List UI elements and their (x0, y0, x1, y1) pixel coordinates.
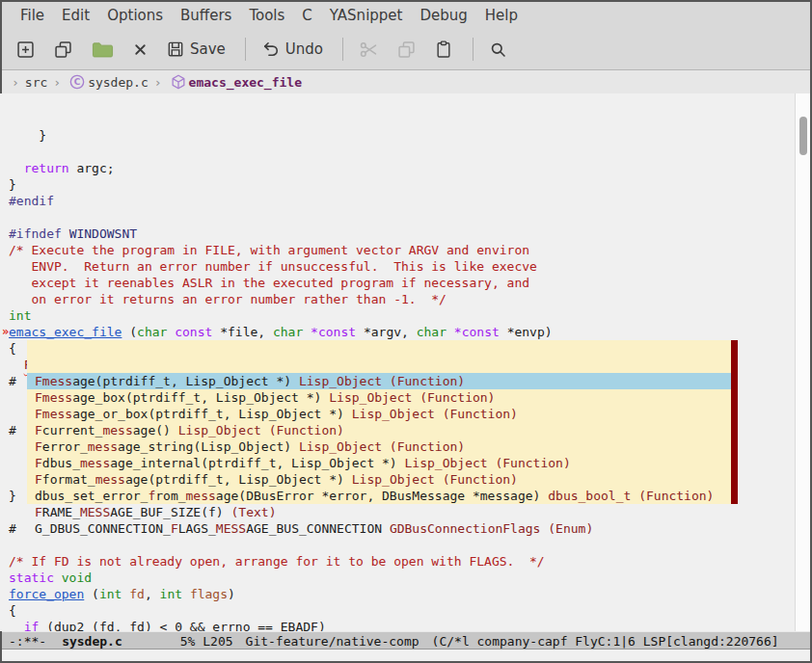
code-line: ENVP. Return an error number if unsucces… (9, 258, 795, 275)
open-folder-icon (91, 40, 115, 60)
undo-button-label: Undo (285, 40, 323, 58)
new-frame-button[interactable] (15, 40, 36, 60)
completion-item[interactable]: FRAME_MESSAGE_BUF_SIZE(f) (Text) (27, 504, 738, 520)
copy-icon (396, 40, 417, 60)
chevron-right-icon: › (154, 75, 162, 90)
modeline-buffer-name[interactable]: sysdep.c (62, 634, 122, 649)
completion-item[interactable]: dbus_set_error_from_message(DBusError *e… (27, 488, 738, 504)
search-icon (489, 40, 507, 59)
save-icon (166, 40, 185, 59)
emacs-window: File Edit Options Buffers Tools C YASnip… (0, 0, 812, 663)
code-line: { (9, 602, 795, 619)
menu-tools[interactable]: Tools (240, 4, 293, 27)
completion-rows: Fmessage(ptrdiff_t, Lisp_Object *) Lisp_… (27, 373, 738, 537)
duplicate-frame-button[interactable] (53, 40, 73, 60)
code-line: except it reenables ASLR in the executed… (9, 275, 795, 291)
code-line: if (dup2 (fd, fd) < 0 && errno == EBADF) (9, 619, 795, 631)
code-line: /* Execute the program in FILE, with arg… (9, 242, 795, 258)
svg-text:C: C (74, 77, 81, 87)
code-line (9, 144, 795, 160)
menu-edit[interactable]: Edit (53, 4, 98, 27)
modeline-position: 5% L205 (180, 634, 233, 649)
menu-help[interactable]: Help (476, 4, 527, 27)
code-line (9, 209, 795, 225)
code-line: emacs_exec_file (char const *file, char … (9, 324, 795, 340)
completion-item[interactable]: G_DBUS_CONNECTION_FLAGS_MESSAGE_BUS_CONN… (27, 520, 738, 537)
cut-button[interactable] (359, 40, 379, 60)
toolbar-separator (473, 38, 474, 61)
tool-bar: Save Undo (2, 29, 810, 70)
close-icon (132, 41, 149, 58)
mode-line: -:**- sysdep.c 5% L205 Git-feature/nativ… (2, 631, 810, 650)
completion-item[interactable]: Fmessage_box(ptrdiff_t, Lisp_Object *) L… (27, 389, 738, 406)
breadcrumb-function[interactable]: emacs_exec_file (189, 75, 302, 90)
modeline-modified-flags: -:**- (9, 634, 46, 649)
close-buffer-button[interactable] (132, 41, 149, 58)
chevron-right-icon: › (53, 75, 61, 90)
search-button[interactable] (489, 40, 507, 59)
copy-button[interactable] (396, 40, 417, 60)
undo-icon (261, 40, 281, 59)
code-line: } (9, 127, 795, 144)
completion-item[interactable]: Ferror_message_string(Lisp_Object) Lisp_… (27, 438, 738, 455)
completion-item[interactable]: Fformat_message(ptrdiff_t, Lisp_Object *… (27, 471, 738, 488)
menu-debug[interactable]: Debug (411, 4, 475, 27)
menu-c-mode[interactable]: C (293, 4, 320, 27)
duplicate-frame-icon (53, 40, 73, 60)
toolbar-separator (245, 38, 246, 61)
save-button-label: Save (190, 40, 226, 58)
menu-bar: File Edit Options Buffers Tools C YASnip… (2, 2, 810, 29)
open-file-button[interactable] (91, 40, 115, 60)
code-line: on error it returns an error number rath… (9, 291, 795, 307)
paste-button[interactable] (434, 40, 453, 59)
breadcrumb-src[interactable]: src (25, 75, 47, 90)
code-line: #ifndef WINDOWSNT (9, 225, 795, 242)
save-button[interactable]: Save (166, 40, 226, 59)
modeline-git-branch[interactable]: Git-feature/native-comp (246, 634, 420, 649)
undo-button[interactable]: Undo (261, 40, 323, 59)
modeline-minor-modes[interactable]: (C/*l company-capf FlyC:1|6 LSP[clangd:2… (432, 634, 779, 649)
scrollbar-track[interactable] (795, 93, 810, 631)
completion-item[interactable]: Fdbus_message_internal(ptrdiff_t, Lisp_O… (27, 455, 738, 471)
menu-file[interactable]: File (12, 4, 53, 27)
menu-yasnippet[interactable]: YASnippet (321, 4, 412, 27)
chevron-right-icon: › (12, 75, 19, 90)
code-line: force_open (int fd, int flags) (9, 586, 795, 602)
menu-options[interactable]: Options (98, 4, 172, 27)
cut-scissors-icon (359, 40, 379, 60)
code-line: int (9, 307, 795, 324)
completion-popup: Fmessage(ptrdiff_t, Lisp_Object *) Lisp_… (27, 340, 738, 504)
code-line: } (9, 176, 795, 193)
symbol-cube-icon (170, 73, 187, 91)
completion-item[interactable]: Fcurrent_message() Lisp_Object (Function… (27, 422, 738, 438)
echo-area[interactable] (2, 650, 810, 661)
paste-clipboard-icon (434, 40, 453, 59)
breadcrumb-file[interactable]: sysdep.c (88, 75, 149, 90)
fringe-overwrite-marker-icon: » (2, 324, 9, 340)
toolbar-separator (342, 38, 343, 61)
c-file-icon: C (68, 73, 86, 91)
completion-item-selected[interactable]: Fmessage(ptrdiff_t, Lisp_Object *) Lisp_… (27, 373, 738, 389)
breadcrumb: › src › C sysdep.c › emacs_exec_file (2, 70, 810, 93)
scrollbar-thumb[interactable] (799, 117, 807, 155)
completion-item[interactable]: Fmessage_or_box(ptrdiff_t, Lisp_Object *… (27, 406, 738, 422)
completion-popup-scrollbar[interactable] (731, 340, 738, 504)
code-line: #endif (9, 193, 795, 209)
code-line: return argc; (9, 160, 795, 176)
menu-buffers[interactable]: Buffers (172, 4, 240, 27)
new-frame-icon (15, 40, 36, 60)
